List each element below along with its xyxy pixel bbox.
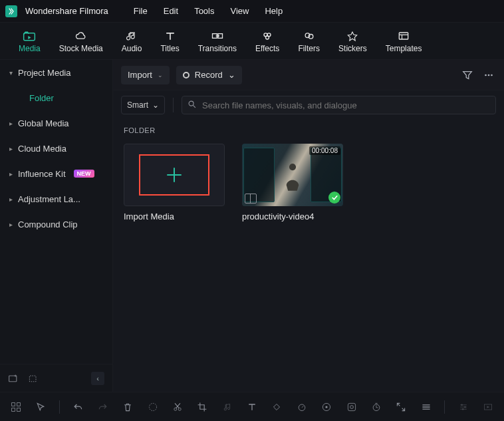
speed-icon[interactable]	[295, 400, 308, 414]
tab-media[interactable]: Media	[19, 29, 41, 53]
filetype-icon	[245, 194, 257, 204]
tab-label: Stickers	[338, 44, 367, 53]
tab-filters[interactable]: Filters	[298, 29, 320, 53]
render-icon[interactable]	[482, 400, 495, 414]
sidebar-item-project-media[interactable]: ▾ Project Media	[0, 60, 112, 85]
menu-file[interactable]: File	[134, 6, 148, 16]
stickers-icon	[346, 29, 359, 43]
panel: ▾ Project Media Folder ▸ Global Media ▸ …	[0, 60, 504, 392]
timeline-toolbar	[0, 392, 504, 421]
mark-icon[interactable]	[146, 400, 159, 414]
filter-icon[interactable]	[460, 68, 475, 82]
chevron-right-icon: ▸	[9, 120, 13, 127]
tab-audio[interactable]: Audio	[122, 29, 142, 53]
mask-icon[interactable]	[345, 400, 358, 414]
record-dropdown[interactable]: Record ⌄	[176, 66, 242, 84]
undo-icon[interactable]	[72, 400, 84, 414]
svg-point-19	[149, 403, 156, 410]
import-label: Import	[128, 70, 152, 80]
svg-point-29	[461, 404, 462, 405]
sidebar-item-label: Folder	[29, 93, 54, 103]
chevron-right-icon: ▸	[9, 221, 13, 228]
cloud-icon	[74, 29, 88, 43]
sidebar-item-label: Cloud Media	[18, 144, 66, 154]
tab-label: Media	[19, 44, 41, 53]
sidebar-item-influence-kit[interactable]: ▸ Influence Kit NEW	[0, 161, 112, 186]
menu-tools[interactable]: Tools	[194, 6, 214, 16]
app-title: Wondershare Filmora	[25, 6, 108, 16]
sidebar-item-adjustment-layer[interactable]: ▸ Adjustment La...	[0, 186, 112, 211]
collapse-sidebar-button[interactable]: ‹	[91, 372, 104, 385]
media-icon	[23, 29, 36, 43]
crop-icon[interactable]	[196, 400, 209, 414]
music-icon[interactable]	[221, 400, 233, 414]
keyframe-icon[interactable]	[271, 400, 283, 414]
record-icon	[183, 72, 189, 78]
tab-titles[interactable]: Titles	[160, 29, 179, 53]
tab-label: Filters	[298, 44, 320, 53]
tab-label: Titles	[160, 44, 179, 53]
cut-icon[interactable]	[171, 400, 184, 414]
new-folder-icon[interactable]	[8, 373, 19, 384]
import-dropdown[interactable]: Import ⌄	[121, 66, 170, 84]
sidebar-item-label: Global Media	[18, 118, 69, 128]
delete-icon[interactable]	[121, 400, 134, 414]
sidebar-item-label: Adjustment La...	[18, 194, 80, 204]
search-box[interactable]	[182, 96, 496, 114]
sidebar: ▾ Project Media Folder ▸ Global Media ▸ …	[0, 60, 113, 392]
duration-badge: 00:00:08	[309, 146, 340, 155]
tab-effects[interactable]: Effects	[255, 29, 279, 53]
media-card-clip1[interactable]: 00:00:08 productivity-video4	[242, 144, 343, 221]
import-thumbnail[interactable]	[124, 144, 225, 206]
app-logo	[5, 5, 17, 17]
menu-bar: File Edit Tools View Help	[134, 6, 283, 16]
color-icon[interactable]	[320, 400, 332, 414]
card-label: Import Media	[124, 211, 225, 221]
svg-rect-15	[11, 402, 15, 406]
smart-label: Smart	[127, 100, 148, 110]
tab-templates[interactable]: Templates	[386, 29, 422, 53]
main: Import ⌄ Record ⌄ Smart ⌄ FOLDER	[113, 60, 504, 392]
svg-point-25	[326, 406, 328, 408]
adjust-icon[interactable]	[457, 400, 469, 414]
menu-help[interactable]: Help	[265, 6, 283, 16]
svg-point-21	[178, 408, 181, 410]
timer-icon[interactable]	[370, 400, 382, 414]
svg-point-11	[485, 74, 487, 76]
import-media-card[interactable]: Import Media	[124, 144, 225, 221]
templates-icon	[397, 29, 410, 43]
caret-down-icon: ⌄	[228, 70, 235, 80]
tab-stock-media[interactable]: Stock Media	[59, 29, 103, 53]
more-icon[interactable]	[481, 68, 496, 82]
sidebar-item-global-media[interactable]: ▸ Global Media	[0, 110, 112, 136]
tab-stickers[interactable]: Stickers	[338, 29, 367, 53]
clip-thumbnail[interactable]: 00:00:08	[242, 144, 343, 206]
divider	[59, 400, 60, 414]
chevron-right-icon: ▸	[9, 196, 13, 203]
svg-point-20	[174, 408, 177, 410]
smart-dropdown[interactable]: Smart ⌄	[121, 96, 165, 114]
menu-view[interactable]: View	[230, 6, 249, 16]
person-silhouette	[281, 157, 304, 193]
card-label: productivity-video4	[242, 211, 343, 221]
redo-icon[interactable]	[96, 400, 109, 414]
sidebar-item-folder[interactable]: Folder	[0, 85, 112, 110]
sidebar-item-label: Project Media	[18, 68, 70, 78]
plus-icon	[164, 165, 184, 185]
divider	[173, 98, 174, 112]
pointer-icon[interactable]	[34, 400, 47, 414]
audio-icon	[125, 29, 138, 43]
search-input[interactable]	[202, 100, 490, 110]
grid-icon[interactable]	[9, 400, 22, 414]
menu-edit[interactable]: Edit	[164, 6, 178, 16]
record-label: Record	[195, 70, 223, 80]
chevron-down-icon: ▾	[9, 69, 13, 76]
text-icon[interactable]	[245, 400, 258, 414]
new-bin-icon[interactable]	[28, 373, 39, 384]
track-icon[interactable]	[420, 400, 432, 414]
sidebar-item-compound-clip[interactable]: ▸ Compound Clip	[0, 211, 112, 237]
sidebar-item-cloud-media[interactable]: ▸ Cloud Media	[0, 136, 112, 161]
tab-transitions[interactable]: Transitions	[198, 29, 237, 53]
search-icon	[188, 100, 197, 111]
expand-icon[interactable]	[395, 400, 408, 414]
